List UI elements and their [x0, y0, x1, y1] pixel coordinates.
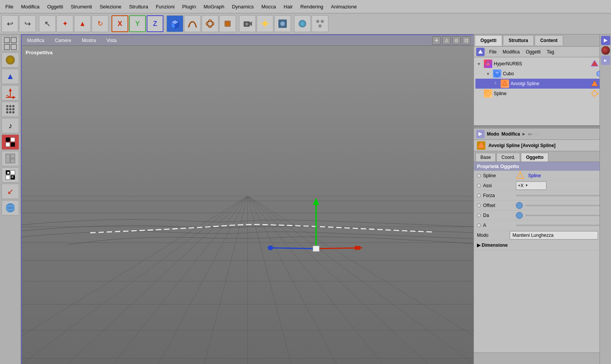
menu-hair[interactable]: Hair — [280, 2, 297, 11]
right-header-tag[interactable]: Tag — [545, 49, 556, 55]
left-sidebar: ▲ ♪ — [0, 34, 21, 364]
sidebar-object-btn[interactable] — [2, 52, 19, 68]
rotate-tool[interactable]: ↻ — [92, 15, 108, 32]
redo-button[interactable]: ↪ — [19, 15, 36, 32]
menu-mograph[interactable]: MoGraph — [200, 2, 228, 11]
menu-dynamics[interactable]: Dynamics — [228, 2, 257, 11]
deformer-tool[interactable] — [219, 15, 236, 32]
sidebar-arrow-btn[interactable]: ▲ — [2, 69, 19, 84]
sidebar-tile-btn[interactable] — [2, 151, 19, 166]
right-header-oggetti[interactable]: Oggetti — [524, 49, 542, 55]
property-tabs: Base Coord. Oggetto — [474, 151, 611, 162]
right-panel-bottom — [474, 353, 611, 364]
prop-slider-da[interactable] — [525, 215, 608, 216]
viewport-menu-modifica[interactable]: Modifica — [25, 37, 47, 44]
menu-file[interactable]: File — [2, 2, 17, 11]
sidebar-checker-btn[interactable] — [2, 167, 19, 183]
menu-oggetti[interactable]: Oggetti — [43, 2, 67, 11]
select-tool[interactable]: ↖ — [39, 15, 56, 32]
menu-plugin[interactable]: Plugin — [178, 2, 200, 11]
spline-tool[interactable] — [184, 15, 201, 32]
nurbs-tool[interactable] — [202, 15, 218, 32]
sidebar-view-btn[interactable] — [2, 36, 19, 51]
menu-selezione[interactable]: Selezione — [96, 2, 125, 11]
far-right-btn-3[interactable]: ▶ — [601, 56, 610, 65]
tree-row-spline[interactable]: ▶ Spline — [475, 89, 609, 99]
svg-marker-98 — [485, 91, 491, 96]
prop-tab-oggetto[interactable]: Oggetto — [521, 153, 548, 162]
svg-point-41 — [12, 111, 15, 113]
move-tool[interactable]: ✦ — [57, 15, 73, 32]
axis-z-button[interactable]: Z — [147, 15, 163, 32]
viewport-menu-vista[interactable]: Vista — [104, 37, 119, 44]
sidebar-sphere-btn[interactable] — [2, 200, 19, 215]
render-tool[interactable] — [274, 15, 291, 32]
menu-strumenti[interactable]: Strumenti — [67, 2, 96, 11]
sidebar-axis-btn[interactable] — [2, 85, 19, 100]
sidebar-note-btn[interactable]: ♪ — [2, 118, 19, 133]
tab-struttura[interactable]: Struttura — [503, 35, 534, 45]
tree-row-hypernurbs[interactable]: ▼ HyperNURBS ✓ — [475, 59, 609, 69]
menu-modifica[interactable]: Modifica — [17, 2, 43, 11]
tree-row-cubo[interactable]: ▼ Cubo — [475, 69, 609, 79]
sidebar-arrow-down-btn[interactable]: ↙ — [2, 184, 19, 199]
modo-select[interactable]: Mantieni Lunghezza — [510, 231, 598, 239]
viewport-canvas[interactable]: Prospettiva — [21, 46, 474, 364]
scale-tool[interactable]: ▲ — [74, 15, 91, 32]
far-right-sphere-btn[interactable] — [601, 46, 610, 55]
right-header-modifica[interactable]: Modifica — [501, 49, 521, 55]
svg-point-108 — [519, 171, 521, 173]
prop-tab-base[interactable]: Base — [475, 153, 496, 162]
mode-arrow[interactable]: ▶ — [522, 132, 525, 136]
prop-slider-a[interactable] — [516, 225, 608, 226]
menu-animazione[interactable]: Animazione — [327, 2, 361, 11]
tree-icon-avvolgi — [501, 79, 509, 88]
svg-point-10 — [263, 21, 267, 26]
menu-struttura[interactable]: Struttura — [125, 2, 152, 11]
svg-point-55 — [6, 203, 15, 212]
viewport-menu-camere[interactable]: Camere — [53, 37, 74, 44]
prop-slider-offset[interactable] — [525, 205, 608, 206]
properties-title: Proprietà Oggetto — [474, 162, 611, 171]
menu-mocca[interactable]: Mocca — [257, 2, 280, 11]
prop-select-assi[interactable]: +X ▼ — [516, 181, 546, 190]
tree-icon-hypernurbs — [484, 60, 492, 68]
viewport-menu-mostra[interactable]: Mostra — [79, 37, 98, 44]
axis-x-button[interactable]: X — [112, 15, 128, 32]
sidebar-dots-btn[interactable] — [2, 102, 19, 117]
prop-radio-assi[interactable] — [477, 184, 481, 188]
svg-point-21 — [318, 24, 322, 28]
prop-radio-forza[interactable] — [477, 194, 481, 197]
mode-fwd-btn[interactable]: ⇨ — [535, 131, 539, 137]
tab-oggetti[interactable]: Oggetti — [475, 35, 502, 46]
prop-tab-coord[interactable]: Coord. — [496, 153, 520, 162]
viewport-zoom-ctrl[interactable]: ⊙ — [452, 36, 461, 45]
prop-radio-spline[interactable] — [477, 174, 481, 178]
extra-tool[interactable] — [312, 15, 328, 32]
light-tool[interactable] — [257, 15, 273, 32]
tree-row-avvolgi-spline[interactable]: └ Avvolgi Spline ✓ — [475, 79, 609, 89]
tab-content[interactable]: Content — [535, 35, 563, 45]
camera-tool[interactable] — [239, 15, 256, 32]
svg-rect-44 — [6, 142, 10, 147]
prop-row-dimensione[interactable]: ▶ Dimensione — [474, 240, 611, 250]
mode-back-btn[interactable]: ⇦ — [528, 131, 532, 137]
right-header-file[interactable]: File — [488, 49, 498, 55]
prop-radio-da[interactable] — [477, 214, 481, 217]
far-right-btn-1[interactable] — [601, 36, 610, 45]
axis-y-button[interactable]: Y — [129, 15, 146, 32]
viewport-warn-ctrl[interactable]: ⚠ — [442, 36, 451, 45]
viewport-fullscreen-ctrl[interactable]: ⊡ — [462, 36, 470, 45]
svg-rect-51 — [6, 175, 10, 180]
undo-button[interactable]: ↩ — [2, 15, 18, 32]
cube-tool[interactable] — [166, 15, 183, 32]
prop-radio-a[interactable] — [477, 223, 481, 227]
prop-slider-forza[interactable] — [516, 195, 608, 196]
viewport-move-ctrl[interactable]: ✛ — [432, 36, 441, 45]
prop-radio-offset[interactable] — [477, 204, 481, 207]
menu-rendering[interactable]: Rendering — [297, 2, 327, 11]
scene-tool[interactable] — [294, 15, 311, 32]
menu-funzioni[interactable]: Funzioni — [152, 2, 178, 11]
svg-marker-8 — [250, 21, 252, 26]
sidebar-grid-btn[interactable] — [2, 134, 19, 150]
